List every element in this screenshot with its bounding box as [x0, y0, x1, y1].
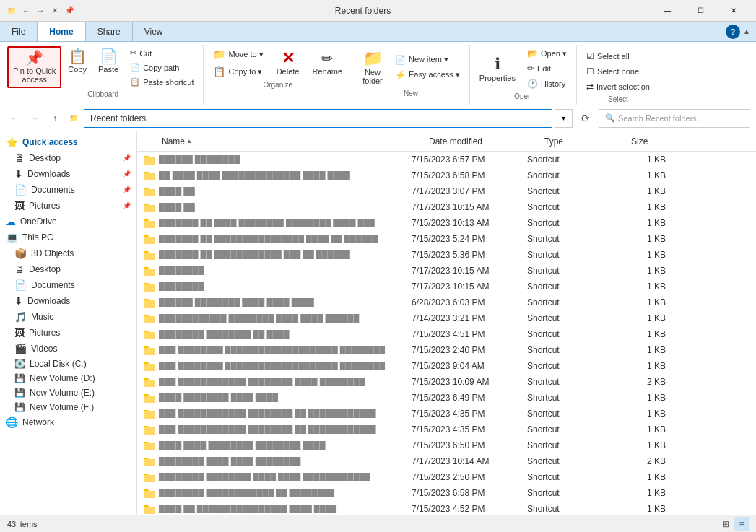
table-row[interactable]: ████████ 7/17/2023 10:15 AM Shortcut 1 K… [137, 263, 756, 279]
col-header-size[interactable]: Size [628, 136, 686, 147]
table-row[interactable]: ████████████ ████████ ████ ████ ██████ 7… [137, 310, 756, 326]
open-group-label: Open [514, 92, 531, 100]
select-all-button[interactable]: ☑ Select all [581, 49, 655, 64]
col-header-date[interactable]: Date modified [426, 136, 542, 147]
table-row[interactable]: ████████ ████████████ ██ ████████ 7/15/2… [137, 485, 756, 501]
close-button[interactable]: ✕ [717, 0, 750, 22]
sidebar-item-3d-objects[interactable]: 📦 3D Objects [0, 245, 136, 261]
sidebar-item-downloads-qa[interactable]: ⬇ Downloads 📌 [0, 166, 136, 182]
grid-view-button[interactable]: ⊞ [718, 517, 733, 531]
close-quick-icon[interactable]: ✕ [49, 5, 61, 17]
paste-shortcut-label: Paste shortcut [143, 78, 194, 87]
minimize-button[interactable]: — [651, 0, 684, 22]
collapse-ribbon-button[interactable]: ▲ [743, 27, 750, 35]
table-row[interactable]: ███████ ██ ████████████████ ████ ██ ████… [137, 231, 756, 247]
paste-shortcut-button[interactable]: 📋 Paste shortcut [125, 75, 199, 89]
table-row[interactable]: ███████ ██ ████████████ ███ ██ ██████ 7/… [137, 247, 756, 263]
table-row[interactable]: ████ ██ 7/17/2023 10:15 AM Shortcut 1 KB [137, 199, 756, 215]
sidebar-item-this-pc[interactable]: 💻 This PC [0, 230, 136, 245]
table-row[interactable]: ████ ████████ ████ ████ 7/15/2023 6:49 P… [137, 390, 756, 406]
properties-button[interactable]: ℹ Properties [474, 52, 521, 85]
edit-label: Edit [537, 64, 551, 73]
new-item-button[interactable]: 📄 New item ▾ [390, 53, 465, 67]
rename-button[interactable]: ✏ Rename [307, 47, 347, 79]
sidebar-item-music[interactable]: 🎵 Music [0, 309, 136, 325]
up-button[interactable]: ↑ [46, 110, 64, 127]
table-row[interactable]: ███ ████████████ ████████ ██ ███████████… [137, 422, 756, 437]
table-row[interactable]: ███ ████████ ████████████████████ ██████… [137, 342, 756, 358]
tab-view[interactable]: View [133, 22, 175, 41]
move-to-button[interactable]: 📁 Move to ▾ [208, 46, 268, 62]
file-name: ████████ ████████ ████ ████ ████████████ [159, 473, 412, 481]
sidebar-item-new-volume-e[interactable]: 💾 New Volume (E:) [0, 385, 136, 400]
edit-button[interactable]: ✏ Edit [522, 61, 572, 76]
table-row[interactable]: ██████ ████████ 7/15/2023 6:57 PM Shortc… [137, 152, 756, 167]
address-path[interactable]: Recent folders [84, 109, 552, 128]
open-button[interactable]: 📂 Open ▾ [522, 46, 572, 61]
tab-file[interactable]: File [0, 22, 38, 41]
sidebar-item-videos[interactable]: 🎬 Videos [0, 341, 136, 357]
table-row[interactable]: ████ ██ 7/17/2023 3:07 PM Shortcut 1 KB [137, 183, 756, 199]
quick-access-label: Quick access [22, 137, 78, 147]
delete-button[interactable]: ✕ Delete [271, 47, 305, 79]
address-dropdown[interactable]: ▾ [555, 109, 573, 128]
table-row[interactable]: ███ ████████ ████████████████████ ██████… [137, 358, 756, 374]
table-row[interactable]: ████████ ████████ ██ ████ 7/15/2023 4:51… [137, 326, 756, 342]
paste-button[interactable]: 📄 Paste [93, 46, 123, 77]
sidebar-item-onedrive[interactable]: ☁ OneDrive [0, 214, 136, 230]
sidebar-item-documents-qa[interactable]: 📄 Documents 📌 [0, 182, 136, 198]
table-row[interactable]: ███ ████████████ ████████ ████ ████████ … [137, 374, 756, 390]
table-row[interactable]: ███ ████████████ ████████ ██ ███████████… [137, 406, 756, 422]
sidebar-item-local-disk-c[interactable]: 💽 Local Disk (C:) [0, 357, 136, 371]
table-row[interactable]: ████████ ████████ ████ ████ ████████████… [137, 469, 756, 485]
sidebar-item-new-volume-f[interactable]: 💾 New Volume (F:) [0, 400, 136, 414]
tab-share[interactable]: Share [86, 22, 133, 41]
help-button[interactable]: ? [726, 25, 740, 39]
refresh-button[interactable]: ⟳ [575, 108, 596, 128]
maximize-button[interactable]: ☐ [684, 0, 717, 22]
back-icon[interactable]: ← [20, 5, 32, 17]
table-row[interactable]: ████████ ████ ████ ████████ 7/17/2023 10… [137, 453, 756, 469]
sidebar-item-quick-access[interactable]: ⭐ Quick access [0, 134, 136, 150]
sidebar-item-documents[interactable]: 📄 Documents [0, 277, 136, 293]
sidebar-item-desktop[interactable]: 🖥 Desktop [0, 261, 136, 277]
table-row[interactable]: ████ ████ ████████ ████████ ████ 7/15/20… [137, 437, 756, 453]
pin-quick-access-button[interactable]: 📌 Pin to Quickaccess [7, 46, 61, 88]
col-header-type[interactable]: Type [542, 136, 628, 147]
table-row[interactable]: ██ ████ ████ ██████████████ ████ ████ 7/… [137, 167, 756, 183]
sidebar-item-pictures[interactable]: 🖼 Pictures [0, 325, 136, 341]
invert-selection-button[interactable]: ⇄ Invert selection [581, 79, 655, 94]
col-size-label: Size [631, 136, 648, 147]
table-row[interactable]: ████ ██ ████████████████ ████ ████ 7/15/… [137, 501, 756, 515]
cut-button[interactable]: ✂ Cut [125, 46, 199, 60]
table-row[interactable]: ██████ ████████ ████ ████ ████ 6/28/2023… [137, 295, 756, 310]
copy-to-button[interactable]: 📋 Copy to ▾ [208, 64, 268, 79]
table-row[interactable]: ███████ ██ ████ ████████ ████████ ████ █… [137, 215, 756, 231]
sidebar-item-desktop-qa[interactable]: 🖥 Desktop 📌 [0, 150, 136, 166]
ribbon-group-organize: 📁 Move to ▾ 📋 Copy to ▾ ✕ Delete ✏ [204, 45, 352, 105]
select-none-button[interactable]: ☐ Select none [581, 64, 655, 79]
history-button[interactable]: 🕐 History [522, 77, 572, 91]
sidebar-item-new-volume-d[interactable]: 💾 New Volume (D:) [0, 371, 136, 385]
new-folder-button[interactable]: 📁 Newfolder [357, 46, 388, 88]
pin-icon[interactable]: 📌 [64, 5, 75, 17]
forward-icon[interactable]: → [35, 5, 46, 17]
file-date: 7/17/2023 10:15 AM [412, 202, 527, 212]
copy-path-button[interactable]: 📄 Copy path [125, 61, 199, 74]
col-header-name[interactable]: Name ▲ [159, 136, 426, 147]
list-view-button[interactable]: ≡ [734, 517, 749, 531]
sidebar-item-network[interactable]: 🌐 Network [0, 414, 136, 430]
path-icon: 📁 [66, 111, 81, 126]
forward-button[interactable]: → [26, 110, 43, 127]
search-box[interactable]: 🔍 Search Recent folders [599, 109, 750, 128]
copy-button[interactable]: 📋 Copy [63, 46, 92, 77]
delete-icon: ✕ [282, 50, 295, 67]
easy-access-button[interactable]: ⚡ Easy access ▾ [390, 68, 465, 82]
sidebar-item-downloads[interactable]: ⬇ Downloads [0, 293, 136, 309]
back-button[interactable]: ← [6, 110, 23, 127]
table-row[interactable]: ████████ 7/17/2023 10:15 AM Shortcut 1 K… [137, 279, 756, 295]
file-list-scroll[interactable]: ██████ ████████ 7/15/2023 6:57 PM Shortc… [137, 152, 756, 515]
tab-home[interactable]: Home [38, 22, 85, 41]
sidebar-item-pictures-qa[interactable]: 🖼 Pictures 📌 [0, 198, 136, 214]
file-date: 7/15/2023 6:58 PM [412, 488, 527, 498]
